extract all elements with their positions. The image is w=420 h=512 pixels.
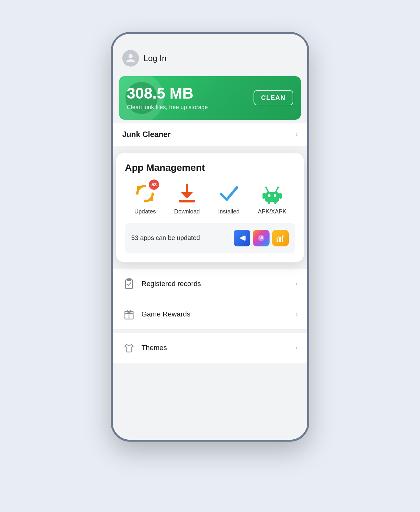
themes-item[interactable]: Themes › <box>113 333 307 363</box>
clipboard-check-icon <box>123 278 135 290</box>
apk-item[interactable]: APK/XAPK <box>258 182 287 215</box>
app-thumb-1 <box>234 230 250 246</box>
game-rewards-chevron-icon: › <box>295 310 298 318</box>
themes-chevron-icon: › <box>295 344 298 352</box>
svg-rect-22 <box>279 237 281 242</box>
download-icon-wrapper <box>175 182 198 205</box>
app-thumb-1-icon <box>237 233 247 243</box>
svg-point-12 <box>277 187 279 188</box>
svg-rect-21 <box>277 239 278 242</box>
game-rewards-item[interactable]: Game Rewards › <box>113 299 307 330</box>
apk-icon <box>262 183 282 204</box>
svg-rect-14 <box>279 193 282 199</box>
svg-point-8 <box>274 194 276 197</box>
svg-rect-16 <box>274 200 277 204</box>
updates-banner-text: 53 apps can be updated <box>131 234 200 242</box>
app-thumb-2-icon: W <box>256 233 266 243</box>
svg-rect-15 <box>268 200 270 204</box>
registered-records-item[interactable]: Registered records › <box>113 269 307 299</box>
app-thumb-3 <box>272 230 289 246</box>
download-item[interactable]: Download <box>174 182 200 215</box>
themes-label: Themes <box>141 344 295 352</box>
game-rewards-label: Game Rewards <box>141 310 295 318</box>
clean-button[interactable]: CLEAN <box>254 90 293 105</box>
svg-rect-13 <box>262 193 265 199</box>
svg-marker-3 <box>181 192 193 199</box>
updates-label: Updates <box>134 208 156 215</box>
installed-item[interactable]: Installed <box>217 182 240 215</box>
apk-icon-wrapper <box>261 182 284 205</box>
login-label[interactable]: Log In <box>143 53 166 63</box>
registered-records-chevron-icon: › <box>295 280 298 288</box>
updates-icon-wrapper: 53 <box>133 182 157 205</box>
junk-cleaner-label: Junk Cleaner <box>122 130 171 139</box>
registered-records-label: Registered records <box>141 280 295 288</box>
installed-label: Installed <box>218 208 239 215</box>
app-thumb-2: W <box>253 230 270 246</box>
download-icon <box>178 184 196 203</box>
registered-records-icon <box>122 277 136 291</box>
updates-item[interactable]: 53 Updates <box>133 182 157 215</box>
gift-icon <box>123 308 135 320</box>
banner-subtitle: Clean junk files, free up storage <box>127 104 208 111</box>
updates-banner[interactable]: 53 apps can be updated W <box>125 223 295 253</box>
game-rewards-icon <box>122 308 136 321</box>
user-icon <box>125 53 136 63</box>
junk-cleaner-chevron-icon: › <box>295 130 298 139</box>
installed-icon-wrapper <box>217 182 240 205</box>
phone-frame: Log In 308.5 MB Clean junk files, free u… <box>111 32 309 442</box>
header: Log In <box>113 34 307 73</box>
junk-banner[interactable]: 308.5 MB Clean junk files, free up stora… <box>119 76 301 120</box>
download-label: Download <box>174 208 200 215</box>
app-management-title: App Management <box>125 162 295 173</box>
banner-info: 308.5 MB Clean junk files, free up stora… <box>127 85 208 111</box>
tshirt-icon <box>123 342 135 354</box>
installed-icon <box>220 186 238 202</box>
app-thumbnails: W <box>234 230 289 246</box>
updates-badge: 53 <box>149 180 159 190</box>
list-section: Registered records › Ga <box>113 269 307 330</box>
phone-wrapper: Log In 308.5 MB Clean junk files, free u… <box>104 32 316 480</box>
banner-size: 308.5 MB <box>127 85 208 102</box>
svg-rect-6 <box>265 192 279 199</box>
svg-text:W: W <box>259 236 263 240</box>
app-management-icons: 53 Updates Download <box>125 182 295 215</box>
app-thumb-3-icon <box>275 233 286 243</box>
junk-cleaner-row[interactable]: Junk Cleaner › <box>113 123 307 146</box>
phone-inner: Log In 308.5 MB Clean junk files, free u… <box>113 34 307 440</box>
themes-icon <box>122 341 136 355</box>
svg-point-7 <box>268 194 271 197</box>
svg-point-11 <box>265 187 267 188</box>
app-management-card: App Management 53 <box>116 153 304 262</box>
avatar[interactable] <box>122 50 139 67</box>
apk-label: APK/XAPK <box>258 208 287 215</box>
